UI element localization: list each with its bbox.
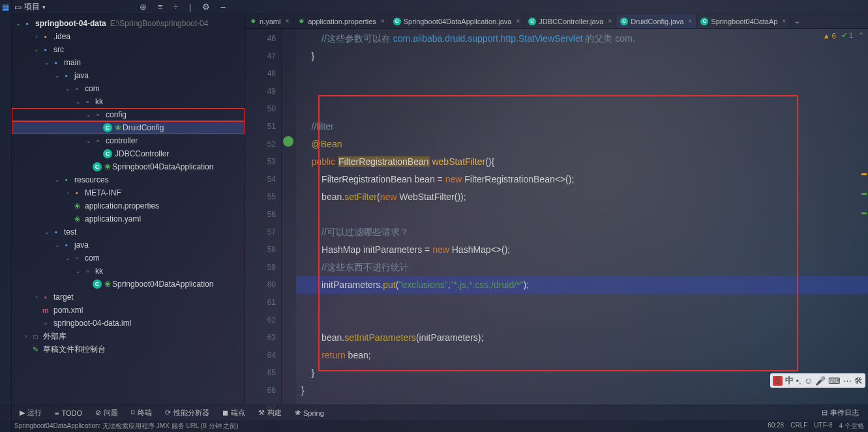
toolwin-终端[interactable]: ⌑终端: [126, 405, 157, 420]
tree-root[interactable]: ⌄▪springboot-04-dataE:\SpringBoot\spring…: [12, 17, 245, 30]
tabs-overflow[interactable]: ⌄: [790, 14, 804, 28]
tree-item-kk[interactable]: ⌄▫kk: [12, 265, 245, 278]
expand-icon[interactable]: ≡: [158, 2, 163, 12]
tab-druidconfig-java[interactable]: CDruidConfig.java×: [616, 14, 696, 28]
code-line[interactable]: [296, 206, 868, 223]
line-number[interactable]: 60: [245, 276, 276, 294]
tab-n-yaml[interactable]: ❀n.yaml×: [245, 14, 293, 28]
left-tool-rail[interactable]: ▦: [0, 0, 12, 432]
toolwin-运行[interactable]: ▶运行: [14, 405, 47, 420]
tree-item-meta-inf[interactable]: ›▪META-INF: [12, 186, 245, 199]
line-number[interactable]: 56: [245, 206, 276, 223]
tree-item-config[interactable]: ⌄▫config: [12, 108, 245, 121]
ime-voice-icon[interactable]: 🎤: [815, 376, 826, 386]
close-icon[interactable]: ×: [688, 18, 692, 25]
tree-item-application-yaml[interactable]: ❀application.yaml: [12, 212, 245, 225]
event-log-button[interactable]: ⊟ 事件日志: [816, 408, 864, 418]
code-editor[interactable]: //这些参数可以在 com.alibaba.druid.support.http…: [296, 29, 868, 405]
ok-icon[interactable]: ✔ 1: [841, 31, 853, 40]
code-line[interactable]: //可以过滤哪些请求？: [296, 223, 868, 241]
ime-emoji-icon[interactable]: ☺: [804, 376, 813, 386]
tree-item-com[interactable]: ⌄▫com: [12, 252, 245, 265]
code-line[interactable]: HashMap initParameters = new HashMap<>()…: [296, 241, 868, 259]
code-line[interactable]: [296, 83, 868, 100]
indent[interactable]: 4 个空格: [839, 422, 864, 431]
toolwin-TODO[interactable]: ≡TODO: [50, 405, 87, 420]
gear-icon[interactable]: ⚙: [202, 2, 210, 12]
ime-punct-icon[interactable]: •,: [796, 376, 801, 386]
toolwin-性能分析器[interactable]: ⟳性能分析器: [160, 405, 215, 420]
code-line[interactable]: [296, 311, 868, 329]
tree-item-springboot04dataapplication[interactable]: C❀Springboot04DataApplication: [12, 160, 245, 173]
toolwin-端点[interactable]: ◼端点: [217, 405, 250, 420]
code-line[interactable]: [296, 399, 868, 405]
line-gutter[interactable]: 4647484950515253545556575859606162636465…: [245, 29, 282, 405]
inspections-widget[interactable]: ▲ 6 ✔ 1 ⌃: [823, 31, 864, 40]
tree-item-com[interactable]: ⌄▫com: [12, 82, 245, 95]
rail-icon[interactable]: ▦: [2, 3, 9, 12]
line-number[interactable]: 54: [245, 171, 276, 188]
code-line[interactable]: [296, 100, 868, 118]
tree-item-controller[interactable]: ⌄▫controller: [12, 134, 245, 147]
ime-tools-icon[interactable]: 🛠: [854, 376, 863, 386]
toolwin-问题[interactable]: ⊘问题: [90, 405, 123, 420]
code-line[interactable]: @Bean: [296, 136, 868, 153]
line-number[interactable]: 52: [245, 136, 276, 153]
tree-item-jdbccontroller[interactable]: CJDBCController: [12, 147, 245, 160]
code-line[interactable]: //filter: [296, 118, 868, 136]
tree-item-java[interactable]: ⌄▪java: [12, 69, 245, 82]
tree-item-druidconfig[interactable]: C❀DruidConfig: [12, 121, 245, 134]
encoding[interactable]: UTF-8: [814, 422, 832, 431]
tree-item--idea[interactable]: ›▪.idea: [12, 30, 245, 43]
code-line[interactable]: initParameters.put("exclusions","*.js,*.…: [296, 276, 868, 294]
line-number[interactable]: 59: [245, 259, 276, 276]
line-number[interactable]: 66: [245, 382, 276, 399]
tree-item-pom-xml[interactable]: mpom.xml: [12, 304, 245, 317]
hide-icon[interactable]: –: [220, 2, 225, 12]
collapse-icon[interactable]: ÷: [173, 2, 178, 12]
code-line[interactable]: public FilterRegistrationBean webStatFil…: [296, 153, 868, 171]
ime-logo-icon[interactable]: S: [773, 376, 783, 386]
line-number[interactable]: 53: [245, 153, 276, 171]
close-icon[interactable]: ×: [516, 18, 520, 25]
tree-item-test[interactable]: ⌄▪test: [12, 225, 245, 238]
status-message[interactable]: Springboot04DataApplication: 无法检索应用程序 JM…: [14, 422, 239, 431]
code-line[interactable]: //这些参数可以在 com.alibaba.druid.support.http…: [296, 30, 868, 48]
tree-item-application-properties[interactable]: ❀application.properties: [12, 199, 245, 212]
line-number[interactable]: 51: [245, 118, 276, 136]
code-line[interactable]: bean.setFilter(new WebStatFilter());: [296, 188, 868, 206]
toolwin-构建[interactable]: ⚒构建: [253, 405, 287, 420]
ime-toolbar[interactable]: S 中 •, ☺ 🎤 ⌨ ⋯ 🛠: [770, 373, 865, 388]
line-number[interactable]: 61: [245, 294, 276, 311]
line-number[interactable]: 49: [245, 83, 276, 100]
tree-item-java[interactable]: ⌄▪java: [12, 238, 245, 252]
tree-item-resources[interactable]: ⌄▪resources: [12, 173, 245, 186]
tree-item-target[interactable]: ›▪target: [12, 291, 245, 304]
line-number[interactable]: 48: [245, 65, 276, 83]
line-number[interactable]: 64: [245, 347, 276, 364]
tab-springboot04dataap[interactable]: CSpringboot04DataAp×: [696, 14, 790, 28]
code-line[interactable]: [296, 65, 868, 83]
tab-springboot04dataapplication-java[interactable]: CSpringboot04DataApplication.java×: [389, 14, 525, 28]
code-line[interactable]: return bean;: [296, 347, 868, 364]
line-number[interactable]: 63: [245, 329, 276, 347]
locate-icon[interactable]: ⊕: [140, 2, 147, 12]
close-icon[interactable]: ×: [285, 18, 289, 25]
tree-item-springboot-04-data-iml[interactable]: ▫springboot-04-data.iml: [12, 317, 245, 330]
line-number[interactable]: 65: [245, 364, 276, 382]
line-number[interactable]: 50: [245, 100, 276, 118]
line-number[interactable]: 62: [245, 311, 276, 329]
line-number[interactable]: 46: [245, 30, 276, 48]
code-line[interactable]: bean.setInitParameters(initParameters);: [296, 329, 868, 347]
code-line[interactable]: //这些东西不进行统计: [296, 259, 868, 276]
close-icon[interactable]: ×: [381, 18, 385, 25]
line-number[interactable]: 47: [245, 48, 276, 65]
line-number[interactable]: 58: [245, 241, 276, 259]
ime-lang[interactable]: 中: [785, 375, 794, 386]
tree-item-src[interactable]: ⌄▪src: [12, 43, 245, 56]
project-tool-label[interactable]: ▭ 项目 ▾: [14, 1, 46, 12]
tab-jdbccontroller-java[interactable]: CJDBCController.java×: [524, 14, 616, 28]
chevron-icon[interactable]: ⌃: [858, 31, 864, 40]
tree-item-springboot04dataapplication[interactable]: C❀Springboot04DataApplication: [12, 278, 245, 291]
code-line[interactable]: }: [296, 48, 868, 65]
